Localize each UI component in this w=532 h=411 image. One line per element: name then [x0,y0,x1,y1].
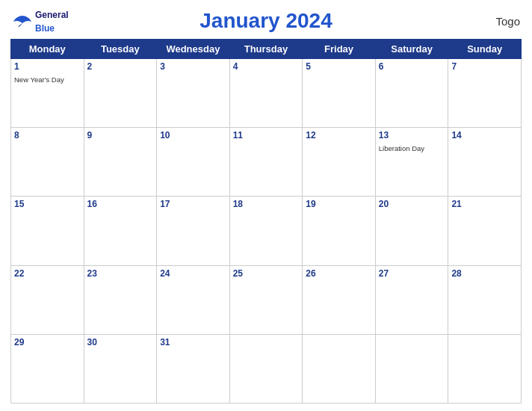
calendar-cell [375,334,448,403]
calendar-cell: 29 [11,334,84,403]
day-number: 6 [379,61,445,72]
day-number: 29 [14,337,81,347]
calendar-week-row: 15161718192021 [11,197,522,265]
day-number: 12 [306,130,372,140]
day-number: 31 [160,337,226,347]
day-number: 25 [233,268,300,279]
logo-icon [12,14,33,28]
calendar-body: 1New Year's Day2345678910111213Liberatio… [11,59,522,404]
day-number: 4 [233,61,300,72]
calendar-cell: 8 [11,128,84,197]
calendar-cell: 28 [448,265,522,334]
calendar-cell: 5 [303,59,376,128]
calendar-cell: 4 [229,59,303,128]
calendar-cell: 10 [157,128,230,197]
day-number: 14 [451,130,518,140]
calendar-cell: 27 [375,265,448,334]
calendar-cell: 30 [84,334,157,403]
day-number: 22 [14,268,81,279]
calendar-cell: 31 [157,334,230,403]
day-number: 23 [87,268,154,279]
header-saturday: Saturday [375,40,448,59]
calendar-cell [229,334,303,403]
calendar-cell: 6 [375,59,448,128]
calendar-cell: 2 [84,59,157,128]
calendar-cell: 12 [303,128,376,197]
day-number: 2 [87,61,154,72]
header-wednesday: Wednesday [157,40,230,59]
calendar-header: General Blue January 2024 Togo [10,7,522,34]
calendar-cell: 16 [84,197,157,265]
day-number: 10 [160,130,226,140]
calendar-cell: 14 [448,128,522,197]
calendar-cell: 26 [303,265,376,334]
calendar-week-row: 8910111213Liberation Day14 [11,128,522,197]
day-number: 27 [379,268,445,279]
calendar-cell: 22 [11,265,84,334]
header-friday: Friday [303,40,376,59]
day-number: 17 [160,199,226,209]
day-number: 30 [87,337,154,347]
logo-blue: Blue [35,23,55,34]
calendar-cell: 18 [229,197,303,265]
calendar-cell: 19 [303,197,376,265]
calendar-cell: 23 [84,265,157,334]
day-number: 18 [233,199,300,209]
day-number: 11 [233,130,300,140]
calendar-cell: 25 [229,265,303,334]
day-number: 8 [14,130,81,140]
holiday-label: Liberation Day [379,144,424,152]
day-number: 19 [306,199,372,209]
logo: General Blue [12,7,79,34]
day-number: 13 [379,130,445,140]
holiday-label: New Year's Day [14,75,64,84]
calendar-cell: 21 [448,197,522,265]
day-number: 3 [160,61,226,72]
calendar-cell: 7 [448,59,522,128]
calendar-cell: 1New Year's Day [11,59,84,128]
calendar-cell: 13Liberation Day [375,128,448,197]
calendar-cell [303,334,376,403]
day-number: 15 [14,199,81,209]
calendar-cell [448,334,522,403]
weekday-header-row: Monday Tuesday Wednesday Thursday Friday… [11,40,522,59]
day-number: 5 [306,61,372,72]
calendar-cell: 15 [11,197,84,265]
logo-general: General [35,10,69,20]
calendar-table: Monday Tuesday Wednesday Thursday Friday… [10,39,522,404]
day-number: 21 [451,199,518,209]
day-number: 20 [379,199,445,209]
calendar-week-row: 1New Year's Day234567 [11,59,522,128]
calendar-cell: 24 [157,265,230,334]
calendar-page: General Blue January 2024 Togo Monday Tu… [0,0,532,411]
day-number: 16 [87,199,154,209]
calendar-cell: 9 [84,128,157,197]
country-label: Togo [453,15,520,28]
header-tuesday: Tuesday [84,40,157,59]
day-number: 26 [306,268,372,279]
day-number: 24 [160,268,226,279]
calendar-week-row: 293031 [11,334,522,403]
day-number: 7 [451,61,518,72]
day-number: 28 [451,268,518,279]
calendar-cell: 3 [157,59,230,128]
calendar-title: January 2024 [79,9,453,33]
day-number: 1 [14,61,81,72]
calendar-cell: 17 [157,197,230,265]
calendar-cell: 20 [375,197,448,265]
calendar-cell: 11 [229,128,303,197]
day-number: 9 [87,130,154,140]
calendar-week-row: 22232425262728 [11,265,522,334]
header-thursday: Thursday [229,40,303,59]
header-monday: Monday [11,40,84,59]
header-sunday: Sunday [448,40,522,59]
